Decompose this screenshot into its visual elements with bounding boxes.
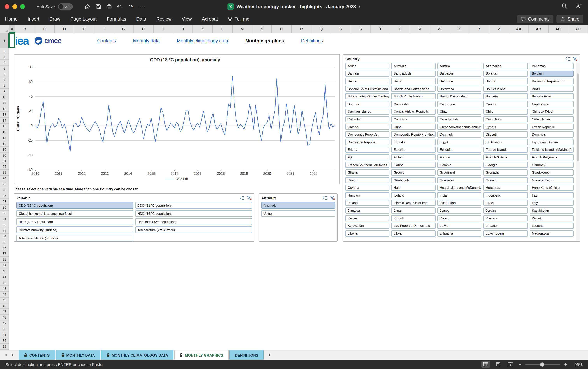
- slicer-item-kuwait[interactable]: Kuwait: [529, 215, 574, 221]
- slicer-item-ireland[interactable]: Ireland: [345, 200, 389, 206]
- nav-link-monthly-data[interactable]: Monthly data: [133, 38, 160, 43]
- slicer-item-guadeloupe[interactable]: Guadeloupe: [529, 170, 574, 176]
- multi-select-icon[interactable]: [565, 56, 570, 61]
- slicer-item-barbados[interactable]: Barbados: [438, 70, 482, 77]
- slicer-item-french-guiana[interactable]: French Guiana: [483, 154, 527, 160]
- comments-button[interactable]: Comments: [517, 15, 553, 23]
- autosave-control[interactable]: AutoSave OFF: [37, 3, 73, 10]
- slicer-item-georgia[interactable]: Georgia: [483, 162, 527, 168]
- menu-insert[interactable]: Insert: [22, 13, 44, 25]
- slicer-item-gambia[interactable]: Gambia: [438, 162, 482, 168]
- sheet-tab-contents[interactable]: CONTENTS: [19, 350, 55, 360]
- redo-icon[interactable]: ↷: [126, 2, 136, 11]
- zoom-level[interactable]: 96%: [571, 362, 583, 367]
- slicer-item-honduras[interactable]: Honduras: [483, 185, 527, 191]
- menu-view[interactable]: View: [177, 13, 197, 25]
- column-header-AC[interactable]: AC: [548, 25, 568, 33]
- slicer-item-bahamas[interactable]: Bahamas: [529, 63, 574, 69]
- slicer-item-iraq[interactable]: Iraq: [529, 192, 574, 198]
- row-header-43[interactable]: 43: [0, 286, 9, 292]
- slicer-item-chad[interactable]: Chad: [438, 109, 482, 115]
- slicer-item-djibouti[interactable]: Djibouti: [483, 131, 527, 138]
- share-user-icon[interactable]: [575, 3, 582, 10]
- row-header-52[interactable]: 52: [0, 338, 9, 344]
- column-header-Q[interactable]: Q: [312, 25, 331, 33]
- slicer-item-global-horizontal-irradiance-surface[interactable]: Global horizontal irradiance (surface): [16, 210, 133, 217]
- slicer-item-brazil[interactable]: Brazil: [529, 86, 574, 92]
- slicer-item-colombia[interactable]: Colombia: [345, 116, 389, 122]
- slicer-item-greece[interactable]: Greece: [391, 170, 436, 176]
- slicer-item-cameroon[interactable]: Cameroon: [438, 101, 482, 107]
- slicer-item-central-african-republic[interactable]: Central African Republic: [391, 109, 436, 115]
- column-header-M[interactable]: M: [232, 25, 252, 33]
- menu-acrobat[interactable]: Acrobat: [197, 13, 223, 25]
- multi-select-icon[interactable]: [322, 195, 328, 200]
- row-header-23[interactable]: 23: [0, 170, 9, 176]
- slicer-item-jordan[interactable]: Jordan: [483, 208, 527, 214]
- row-header-37[interactable]: 37: [0, 251, 9, 257]
- slicer-item-iceland[interactable]: Iceland: [391, 192, 436, 198]
- slicer-item-kazakhstan[interactable]: Kazakhstan: [529, 208, 574, 214]
- slicer-item-cuba[interactable]: Cuba: [391, 124, 436, 130]
- tell-me-button[interactable]: Tell me: [223, 16, 254, 22]
- column-header-U[interactable]: U: [390, 25, 410, 33]
- row-header-10[interactable]: 10: [0, 95, 9, 100]
- slicer-item-ghana[interactable]: Ghana: [345, 170, 389, 176]
- row-header-51[interactable]: 51: [0, 332, 9, 338]
- column-header-D[interactable]: D: [55, 25, 74, 33]
- column-header-P[interactable]: P: [292, 25, 312, 33]
- save-icon[interactable]: [94, 2, 103, 11]
- slicer-item-total-precipitation-surface[interactable]: Total precipitation (surface): [16, 235, 133, 241]
- slicer-item-cayman-islands[interactable]: Cayman Islands: [345, 109, 389, 115]
- zoom-slider[interactable]: [525, 364, 560, 365]
- slicer-item-hungary[interactable]: Hungary: [345, 192, 389, 198]
- row-header-45[interactable]: 45: [0, 297, 9, 303]
- slicer-item-bangladesh[interactable]: Bangladesh: [391, 70, 436, 77]
- slicer-item-bermuda[interactable]: Bermuda: [438, 78, 482, 84]
- slicer-item-madagascar[interactable]: Madagascar: [529, 230, 574, 236]
- slicer-item-lithuania[interactable]: Lithuania: [438, 230, 482, 236]
- slicer-item-comoros[interactable]: Comoros: [391, 116, 436, 122]
- slicer-item-guernsey[interactable]: Guernsey: [438, 177, 482, 183]
- column-header-N[interactable]: N: [252, 25, 272, 33]
- column-header-W[interactable]: W: [430, 25, 450, 33]
- slicer-item-guam[interactable]: Guam: [345, 177, 389, 183]
- slicer-item-bonaire-saint-eustatius-and[interactable]: Bonaire Saint Eustatius and..: [345, 86, 389, 92]
- column-header-L[interactable]: L: [213, 25, 232, 33]
- slicer-item-bulgaria[interactable]: Bulgaria: [483, 93, 527, 100]
- row-header-35[interactable]: 35: [0, 239, 9, 245]
- row-header-46[interactable]: 46: [0, 303, 9, 309]
- search-icon[interactable]: [562, 3, 567, 10]
- row-header-26[interactable]: 26: [0, 187, 9, 193]
- column-header-T[interactable]: T: [371, 25, 391, 33]
- slicer-item-gabon[interactable]: Gabon: [391, 162, 436, 168]
- slicer-item-guyana[interactable]: Guyana: [345, 185, 389, 191]
- row-header-18[interactable]: 18: [0, 141, 9, 147]
- column-header-Z[interactable]: Z: [489, 25, 509, 33]
- clear-filter-icon[interactable]: [572, 56, 578, 61]
- slicer-item-luxembourg[interactable]: Luxembourg: [483, 230, 527, 236]
- column-header-AB[interactable]: AB: [529, 25, 548, 33]
- slicer-item-liberia[interactable]: Liberia: [345, 230, 389, 236]
- slicer-item-cambodia[interactable]: Cambodia: [391, 101, 436, 107]
- row-header-4[interactable]: 4: [0, 60, 9, 66]
- column-header-J[interactable]: J: [173, 25, 193, 33]
- slicer-item-ecuador[interactable]: Ecuador: [391, 139, 436, 145]
- nav-link-definitions[interactable]: Definitions: [301, 38, 323, 43]
- nav-link-monthly-graphics[interactable]: Monthly graphics: [245, 38, 284, 43]
- slicer-item-cdd-18-c-population[interactable]: CDD (18 °C population): [16, 202, 133, 209]
- row-header-48[interactable]: 48: [0, 315, 9, 321]
- slicer-item-democratic-republic-of-the[interactable]: Democratic Republic of the..: [391, 131, 436, 138]
- slicer-item-finland[interactable]: Finland: [391, 154, 436, 160]
- slicer-item-dominican-republic[interactable]: Dominican Republic: [345, 139, 389, 145]
- slicer-item-jamaica[interactable]: Jamaica: [345, 208, 389, 214]
- slicer-item-botswana[interactable]: Botswana: [438, 86, 482, 92]
- slicer-item-burundi[interactable]: Burundi: [345, 101, 389, 107]
- share-button[interactable]: Share: [557, 15, 583, 23]
- page-break-view-icon[interactable]: [506, 361, 515, 368]
- slicer-item-cdd-21-c-population[interactable]: CDD (21 °C population): [135, 202, 252, 209]
- row-header-1[interactable]: 1: [0, 33, 9, 48]
- slicer-item-aruba[interactable]: Aruba: [345, 63, 389, 69]
- zoom-in-button[interactable]: +: [564, 362, 567, 367]
- slicer-item-japan[interactable]: Japan: [391, 208, 436, 214]
